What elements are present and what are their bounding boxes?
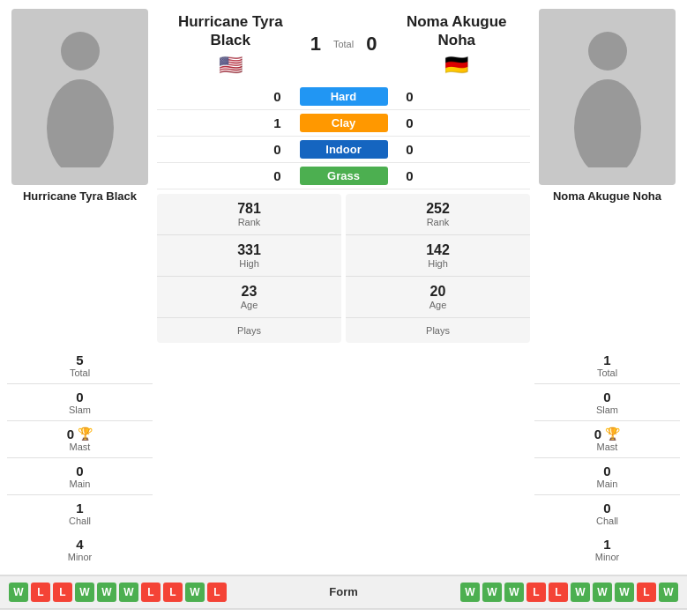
player2-header: Noma AkugueNoha🇩🇪 [384, 12, 531, 77]
player2-stat-lbl-0: Rank [427, 217, 450, 227]
player1-side-val-4: 1 [76, 501, 83, 516]
player1-side-val-1: 0 [76, 390, 83, 404]
player1-side-lbl-4: Chall [69, 516, 91, 526]
player1-side-stats: 5Total0Slam0🏆Mast0Main1Chall4Minor [7, 347, 153, 568]
player2-form-badge-0: W [460, 583, 480, 602]
player2-form-badges: WWWLLWWWLW [460, 583, 678, 602]
hard-badge: Hard [300, 87, 388, 106]
clay-score-right: 0 [388, 115, 432, 130]
player1-form-badges: WLLWWWLLWL [9, 583, 227, 602]
player1-header: Hurricane TyraBlack🇺🇸 [157, 12, 304, 77]
player1-form-badge-8: W [185, 583, 205, 602]
player1-side-stat-5: 4Minor [7, 531, 153, 568]
clay-score-left: 1 [256, 115, 300, 130]
form-section: WLLWWWLLWLFormWWWLLWWWLW [0, 575, 687, 610]
clay-row: 1Clay0 [157, 110, 530, 137]
player1-form-badge-9: L [207, 583, 227, 602]
player1-form-badge-2: L [53, 583, 72, 602]
player2-side-val-2: 0 [594, 427, 601, 442]
player2-side-lbl-4: Chall [596, 516, 618, 526]
player1-side-lbl-0: Total [70, 367, 90, 378]
svg-point-3 [574, 79, 641, 167]
player2-name: Noma Akugue Noha [553, 189, 661, 203]
player1-stat-0: 781Rank [157, 194, 341, 235]
player2-side-stat-2: 0🏆Mast [534, 421, 680, 458]
player2-side-stat-4: 0Chall [534, 495, 680, 531]
player2-side-val-3: 0 [603, 464, 610, 479]
indoor-badge: Indoor [300, 140, 388, 159]
player1-side-stat-0: 5Total [7, 347, 153, 384]
player1-flag: 🇺🇸 [219, 54, 243, 77]
hard-score-right: 0 [388, 89, 432, 104]
side-stats-row: 5Total0Slam0🏆Mast0Main1Chall4Minor1Total… [0, 347, 687, 568]
player2-side-val-5: 1 [603, 537, 610, 552]
player1-side-lbl-2: Mast [70, 442, 91, 452]
svg-point-0 [61, 32, 100, 71]
player2-stat-3: Plays [346, 318, 530, 343]
player2-side-stat-1: 0Slam [534, 384, 680, 421]
player2-form-badge-5: W [571, 583, 590, 602]
player2-name-hdr: Noma AkugueNoha [407, 12, 507, 50]
player2-side-stat-3: 0Main [534, 458, 680, 495]
player1-card: Hurricane Tyra Black [7, 9, 153, 343]
player2-trophy-icon: 🏆 [605, 427, 620, 441]
player1-side-lbl-1: Slam [69, 404, 91, 415]
player2-flag: 🇩🇪 [444, 54, 468, 77]
player2-side-val-4: 0 [603, 501, 610, 516]
player2-side-val-0: 1 [603, 353, 610, 367]
player2-form-badge-8: L [637, 583, 656, 602]
player1-stat-1: 331High [157, 235, 341, 277]
player1-side-val-5: 4 [76, 537, 83, 552]
player2-side-val-1: 0 [603, 390, 610, 404]
player2-stat-val-2: 20 [430, 284, 446, 300]
player1-stat-lbl-3: Plays [237, 325, 261, 336]
total-label: Total [333, 39, 354, 49]
player1-stat-lbl-1: High [239, 258, 259, 269]
player2-stat-lbl-1: High [428, 258, 448, 269]
player1-stat-2: 23Age [157, 277, 341, 318]
player2-side-lbl-3: Main [597, 479, 618, 489]
stat-row-0: 67% (88-44)Career Total W/L57% (111-85) [0, 610, 687, 617]
player2-side-stat-5: 1Minor [534, 531, 680, 568]
form-label: Form [309, 585, 379, 598]
player2-form-badge-3: L [526, 583, 546, 602]
player1-avatar [11, 9, 148, 185]
player1-stat-3: Plays [157, 318, 341, 343]
player1-form-badge-4: W [97, 583, 116, 602]
player1-stat-val-2: 23 [242, 284, 258, 300]
main-container: Hurricane Tyra BlackHurricane TyraBlack🇺… [0, 0, 687, 616]
player2-stat-val-1: 142 [426, 242, 450, 258]
svg-point-2 [588, 32, 627, 71]
player1-side-val-2: 0 [67, 427, 74, 442]
player2-stat-lbl-2: Age [429, 300, 447, 310]
player1-form-badge-7: L [163, 583, 183, 602]
player1-form-badge-3: W [75, 583, 94, 602]
clay-badge: Clay [300, 114, 388, 132]
player1-form-badge-1: L [31, 583, 50, 602]
player1-form-badge-5: W [119, 583, 138, 602]
player1-side-val-0: 5 [76, 353, 83, 367]
player2-form-badge-2: W [504, 583, 524, 602]
player2-side-lbl-1: Slam [596, 404, 618, 415]
player2-side-lbl-5: Minor [595, 552, 620, 562]
player1-side-stat-2: 0🏆Mast [7, 421, 153, 458]
player2-side-stat-0: 1Total [534, 347, 680, 384]
player1-side-stat-3: 0Main [7, 458, 153, 495]
player2-form-badge-9: W [659, 583, 678, 602]
indoor-score-left: 0 [256, 142, 300, 157]
grass-score-left: 0 [256, 168, 300, 183]
player2-stat-lbl-3: Plays [426, 325, 450, 336]
total-score-p1: 1 [310, 33, 321, 56]
player2-side-stats: 1Total0Slam0🏆Mast0Main0Chall1Minor [534, 347, 680, 568]
player1-side-lbl-5: Minor [68, 552, 93, 562]
stats-panels-row: 781Rank331High23AgePlays252Rank142High20… [157, 194, 530, 343]
player1-stat-lbl-2: Age [241, 300, 258, 310]
player2-form-badge-4: L [549, 583, 568, 602]
player1-side-stat-1: 0Slam [7, 384, 153, 421]
svg-point-1 [47, 79, 114, 167]
player2-stat-val-0: 252 [426, 201, 450, 217]
center-area: Hurricane TyraBlack🇺🇸1Total0Noma AkugueN… [157, 9, 530, 343]
player2-avatar [539, 9, 676, 185]
player1-form-badge-6: L [141, 583, 161, 602]
player1-stat-val-1: 331 [237, 242, 261, 258]
